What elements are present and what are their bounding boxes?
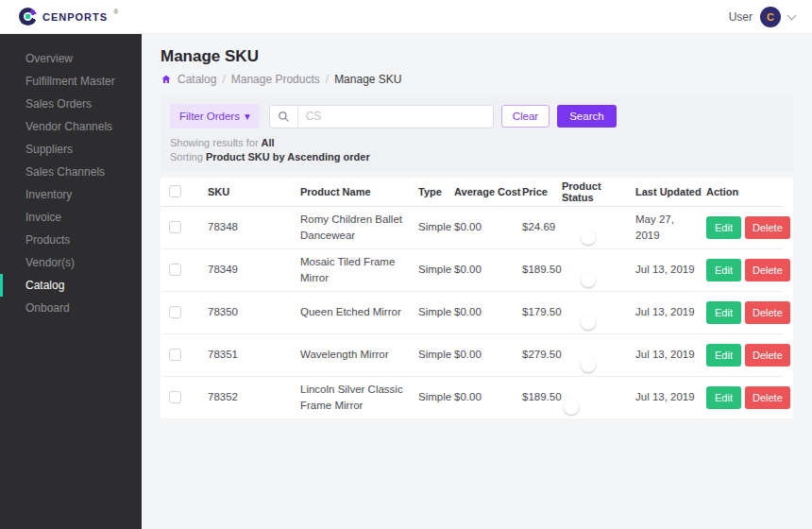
breadcrumb-current: Manage SKU — [334, 73, 401, 86]
table-row: 78349 Mosaic Tiled Frame Mirror Simple $… — [161, 248, 784, 291]
column-price: Price — [522, 178, 562, 206]
breadcrumb-separator: / — [326, 73, 329, 86]
table-row: 78352 Lincoln Silver Classic Frame Mirro… — [161, 376, 784, 418]
toggle-knob — [581, 357, 596, 372]
toggle-knob — [581, 230, 596, 245]
edit-button[interactable]: Edit — [706, 301, 741, 324]
sidebar-item-fulfillment-master[interactable]: Fulfillment Master — [0, 70, 142, 93]
row-checkbox[interactable] — [169, 391, 181, 403]
average-cost-cell: $0.00 — [454, 206, 522, 248]
main-content: Manage SKU Catalog / Manage Products / M… — [142, 34, 812, 529]
sidebar-item-label: Vendor(s) — [25, 256, 75, 269]
price-cell: $279.50 — [522, 333, 562, 376]
type-cell: Simple — [418, 333, 454, 376]
delete-button[interactable]: Delete — [745, 344, 790, 367]
sidebar-item-label: Vendor Channels — [25, 120, 112, 133]
sidebar-item-suppliers[interactable]: Suppliers — [0, 138, 142, 161]
sidebar-item-catalog[interactable]: Catalog — [0, 274, 142, 297]
filter-orders-button[interactable]: Filter Orders ▾ — [170, 104, 260, 128]
sidebar-item-inventory[interactable]: Inventory — [0, 183, 142, 206]
sidebar-item-invoice[interactable]: Invoice — [0, 206, 142, 229]
sku-table: SKU Product Name Type Average Cost Price… — [161, 178, 793, 418]
product-name-cell: Romy Children Ballet Dancewear — [300, 206, 418, 248]
page-title: Manage SKU — [161, 47, 793, 66]
type-cell: Simple — [418, 376, 454, 418]
sidebar-item-overview[interactable]: Overview — [0, 47, 142, 70]
product-name-cell: Mosaic Tiled Frame Mirror — [300, 248, 418, 291]
sidebar-item-label: Sales Orders — [25, 97, 92, 111]
sidebar-item-label: Sales Channels — [25, 165, 105, 179]
sidebar-item-label: Onboard — [25, 301, 70, 315]
average-cost-cell: $0.00 — [454, 333, 522, 376]
top-bar: CENPORTS ® User C — [0, 0, 812, 34]
chevron-down-icon[interactable] — [787, 10, 797, 20]
edit-button[interactable]: Edit — [706, 344, 741, 367]
column-sku: SKU — [208, 178, 300, 206]
sku-cell: 78349 — [208, 248, 300, 291]
sidebar-item-vendor-channels[interactable]: Vendor Channels — [0, 115, 142, 138]
search-input[interactable] — [298, 110, 493, 123]
average-cost-cell: $0.00 — [454, 248, 522, 291]
sidebar-item-label: Suppliers — [25, 143, 73, 156]
sidebar-item-sales-orders[interactable]: Sales Orders — [0, 93, 142, 115]
breadcrumb-manage-products[interactable]: Manage Products — [231, 73, 320, 86]
last-updated-cell: Jul 13, 2019 — [635, 376, 706, 418]
row-checkbox[interactable] — [169, 221, 181, 233]
search-icon — [270, 106, 298, 128]
delete-button[interactable]: Delete — [745, 216, 790, 239]
breadcrumb-catalog[interactable]: Catalog — [178, 73, 216, 86]
price-cell: $189.50 — [522, 376, 562, 418]
toggle-knob — [581, 315, 596, 330]
brand-name: CENPORTS — [42, 11, 108, 23]
showing-results-line: Showing results for All — [170, 137, 784, 148]
row-checkbox[interactable] — [169, 349, 181, 361]
avatar[interactable]: C — [760, 7, 781, 27]
product-name-cell: Wavelength Mirror — [300, 333, 418, 376]
column-product-name: Product Name — [300, 178, 418, 206]
brand-logo[interactable]: CENPORTS ® — [19, 8, 118, 26]
sku-cell: 78348 — [208, 206, 300, 248]
sidebar-nav: Overview Fulfillment Master Sales Orders… — [0, 34, 142, 529]
edit-button[interactable]: Edit — [706, 216, 741, 239]
delete-button[interactable]: Delete — [745, 259, 790, 282]
type-cell: Simple — [418, 291, 454, 333]
row-checkbox[interactable] — [169, 264, 181, 276]
search-button[interactable]: Search — [557, 105, 616, 128]
home-icon[interactable] — [161, 74, 172, 85]
last-updated-cell: Jul 13, 2019 — [635, 291, 706, 333]
last-updated-cell: Jul 13, 2019 — [635, 248, 706, 291]
toggle-knob — [581, 272, 596, 287]
delete-button[interactable]: Delete — [745, 301, 790, 324]
sidebar-item-products[interactable]: Products — [0, 229, 142, 251]
registered-mark: ® — [113, 9, 118, 15]
clear-button[interactable]: Clear — [501, 105, 550, 128]
column-thumb — [185, 178, 208, 206]
column-last-updated: Last Updated — [635, 178, 706, 206]
sidebar-item-sales-channels[interactable]: Sales Channels — [0, 161, 142, 183]
sidebar-item-onboard[interactable]: Onboard — [0, 297, 142, 319]
sidebar-item-label: Overview — [25, 52, 73, 65]
caret-down-icon: ▾ — [245, 110, 250, 123]
edit-button[interactable]: Edit — [706, 386, 741, 409]
table-row: 78351 Wavelength Mirror Simple $0.00 $27… — [161, 333, 784, 376]
sidebar-item-label: Products — [25, 233, 70, 247]
type-cell: Simple — [418, 206, 454, 248]
sidebar-item-vendor-s[interactable]: Vendor(s) — [0, 251, 142, 274]
sku-table-body: 78348 Romy Children Ballet Dancewear Sim… — [161, 206, 784, 418]
sorting-line: Sorting Product SKU by Ascending order — [170, 151, 784, 162]
showing-results-value: All — [262, 137, 275, 148]
delete-button[interactable]: Delete — [745, 386, 790, 409]
table-row: 78350 Queen Etched Mirror Simple $0.00 $… — [161, 291, 784, 333]
price-cell: $189.50 — [522, 248, 562, 291]
select-all-checkbox[interactable] — [169, 185, 181, 197]
cenports-logo-icon — [19, 8, 37, 26]
sidebar-item-label: Fulfillment Master — [25, 75, 115, 88]
edit-button[interactable]: Edit — [706, 259, 741, 282]
product-name-cell: Queen Etched Mirror — [300, 291, 418, 333]
price-cell: $179.50 — [522, 291, 562, 333]
table-row: 78348 Romy Children Ballet Dancewear Sim… — [161, 206, 784, 248]
type-cell: Simple — [418, 248, 454, 291]
row-checkbox[interactable] — [169, 306, 181, 318]
user-label: User — [729, 10, 753, 24]
user-menu[interactable]: User C — [729, 7, 795, 27]
